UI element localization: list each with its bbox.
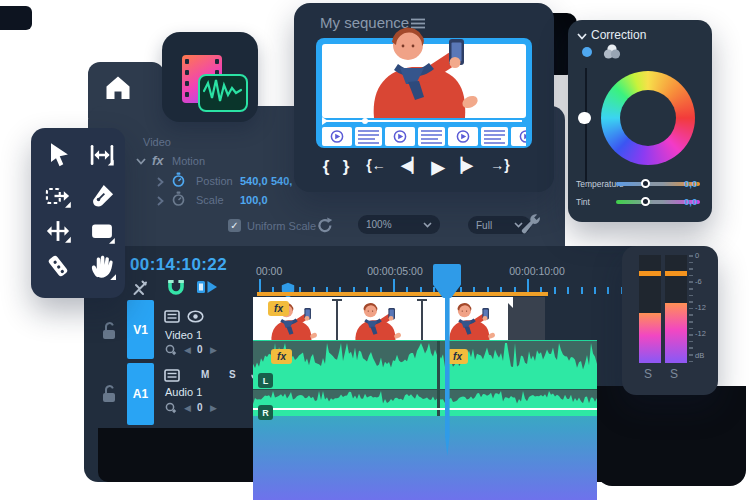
temperature-value[interactable]: 0,0: [684, 178, 697, 189]
audio-waveform-icon: [198, 74, 248, 112]
slip-tool[interactable]: [44, 217, 74, 247]
meter-scale-tick: [689, 268, 693, 270]
track-name-audio: Audio 1: [165, 386, 202, 398]
video-clip[interactable]: fx: [253, 297, 545, 345]
uniform-scale-checkbox[interactable]: ✓: [228, 219, 241, 232]
expand-chevron-icon[interactable]: [157, 196, 164, 206]
tint-knob[interactable]: [641, 197, 650, 206]
mark-out-button[interactable]: }: [343, 157, 350, 177]
prev-keyframe-button[interactable]: ◀: [184, 403, 191, 413]
meter-scale-tick: [689, 262, 693, 264]
scale-value[interactable]: 100,0: [240, 194, 268, 206]
razor-tool[interactable]: [44, 252, 74, 282]
step-back-button[interactable]: ◀▏: [401, 157, 423, 173]
track-frame-icon[interactable]: [164, 369, 180, 382]
reset-icon[interactable]: [317, 217, 333, 233]
seek-bar[interactable]: [326, 120, 522, 122]
mute-button[interactable]: M: [201, 369, 209, 380]
thumbnail-text-card[interactable]: [355, 127, 382, 146]
clip-in-handle[interactable]: [253, 297, 264, 308]
step-forward-button[interactable]: ▕▶: [451, 157, 473, 173]
play-button[interactable]: ▶: [431, 157, 444, 178]
meter-scale-tick: [689, 275, 693, 277]
expand-chevron-icon[interactable]: [157, 177, 164, 187]
thumbnail-play-card[interactable]: [448, 127, 478, 146]
add-keyframe-icon[interactable]: [165, 402, 177, 414]
clip-fx-badge[interactable]: fx: [271, 349, 292, 364]
keyframe-count: 0: [197, 402, 203, 413]
fit-dropdown-value: Full: [476, 220, 492, 231]
effects-group-label: Video: [143, 136, 171, 148]
rectangle-tool[interactable]: [88, 217, 118, 247]
video-clip-next[interactable]: [508, 297, 545, 345]
uniform-scale-label: Uniform Scale: [247, 220, 316, 232]
clip-fx-badge[interactable]: fx: [268, 301, 289, 316]
chevron-down-icon[interactable]: [136, 158, 146, 165]
position-value-y[interactable]: 540,: [271, 175, 292, 187]
mark-in-button[interactable]: {: [323, 157, 330, 177]
zoom-dropdown[interactable]: 100%: [358, 215, 440, 234]
thumbnail-play-card[interactable]: [385, 127, 415, 146]
go-to-in-button[interactable]: {←: [366, 157, 385, 173]
meter-scale-label: 0: [695, 251, 699, 260]
luminance-slider-knob[interactable]: [578, 112, 591, 124]
hand-tool[interactable]: [88, 252, 118, 282]
chevron-down-icon: [423, 222, 432, 228]
track-target-a1[interactable]: A1: [127, 363, 154, 425]
go-to-out-button[interactable]: →}: [490, 157, 509, 173]
meter-scale-tick: [689, 354, 693, 356]
add-keyframe-icon[interactable]: [165, 344, 177, 356]
next-keyframe-button[interactable]: ▶: [210, 345, 217, 355]
tint-label: Tint: [576, 197, 590, 207]
stopwatch-icon[interactable]: [171, 172, 186, 188]
selection-tool[interactable]: [44, 141, 74, 171]
thumbnail-text-card[interactable]: [481, 127, 508, 146]
track-select-tool[interactable]: [88, 141, 118, 171]
collapse-chevron-icon[interactable]: [577, 33, 587, 40]
eye-icon[interactable]: [187, 310, 204, 323]
track-frame-icon[interactable]: [164, 310, 180, 323]
audio-clip-panel[interactable]: L R fx fx: [253, 340, 597, 500]
solo-button[interactable]: S: [229, 369, 236, 380]
playhead-timecode[interactable]: 00:14:10:22: [130, 255, 227, 275]
stopwatch-icon[interactable]: [171, 191, 186, 207]
prev-keyframe-button[interactable]: ◀: [184, 345, 191, 355]
work-area-bar[interactable]: [257, 292, 548, 296]
meter-scale-label: dB: [695, 351, 704, 360]
panel-title: Correction: [591, 28, 646, 42]
seek-handle[interactable]: [362, 118, 368, 124]
media-chip[interactable]: [162, 32, 258, 122]
meter-scale-tick: [689, 301, 693, 303]
color-dot-icon[interactable]: [582, 47, 592, 57]
meter-scale-tick: [689, 341, 693, 343]
wrench-icon[interactable]: [521, 213, 542, 234]
razor-disabled-icon[interactable]: [131, 279, 149, 297]
temperature-knob[interactable]: [641, 179, 650, 188]
app-canvas: Video fx Motion Postion 540,0 540, Scale…: [0, 0, 750, 500]
thumbnail-text-card[interactable]: [418, 127, 445, 146]
solo-button[interactable]: S: [644, 367, 652, 381]
solo-button[interactable]: S: [670, 367, 678, 381]
thumbnail-strip[interactable]: [322, 127, 526, 146]
position-value-x[interactable]: 540,0: [240, 175, 268, 187]
keyframe-count: 0: [197, 344, 203, 355]
luminance-slider-track[interactable]: [585, 68, 587, 188]
thumbnail-play-card[interactable]: [322, 127, 352, 146]
lock-icon[interactable]: [101, 321, 117, 340]
playhead[interactable]: [430, 262, 464, 462]
track-target-v1[interactable]: V1: [127, 300, 154, 359]
clip-out-handle[interactable]: [502, 297, 513, 308]
thumbnail-play-card[interactable]: [511, 127, 526, 146]
snap-magnet-icon[interactable]: [166, 279, 186, 296]
ripple-edit-tool[interactable]: [44, 182, 74, 212]
pen-tool[interactable]: [88, 182, 118, 212]
ruler-minor-tick: [554, 287, 556, 294]
ruler-major-tick: [527, 279, 529, 292]
color-blob-icon[interactable]: [603, 44, 621, 60]
home-icon: [103, 73, 133, 101]
next-keyframe-button[interactable]: ▶: [210, 403, 217, 413]
tint-value[interactable]: 0,0: [684, 196, 697, 207]
lock-icon[interactable]: [101, 384, 117, 403]
linked-selection-icon[interactable]: [196, 279, 218, 295]
volume-rubber-band[interactable]: [253, 408, 597, 410]
